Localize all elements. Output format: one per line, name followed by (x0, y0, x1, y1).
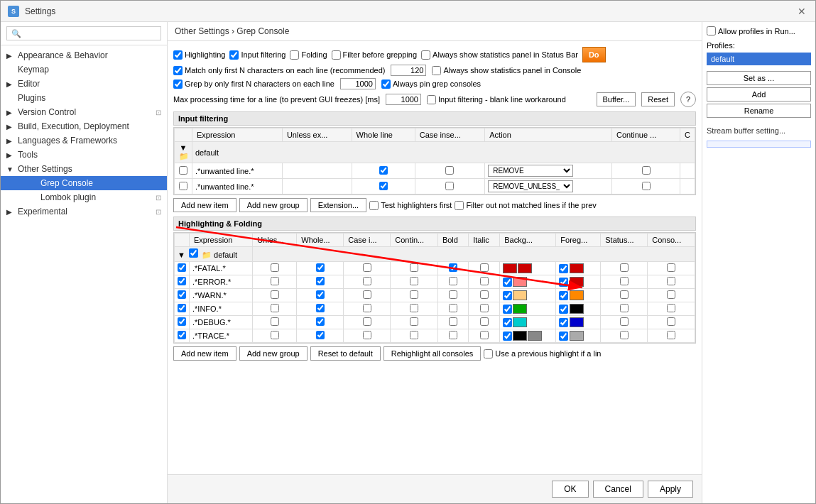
case-checkbox-h[interactable] (363, 331, 371, 339)
add-new-item-button-1[interactable]: Add new item (173, 198, 236, 212)
unles-checkbox[interactable] (271, 304, 279, 312)
status-checkbox[interactable] (620, 304, 629, 312)
rename-profile-button[interactable]: Rename (707, 104, 811, 118)
fg-cell[interactable] (556, 302, 601, 316)
sidebar-item-languages[interactable]: ▶ Languages & Frameworks (1, 133, 167, 148)
unles-checkbox[interactable] (271, 263, 279, 272)
italic-checkbox[interactable] (480, 277, 489, 285)
sidebar-item-keymap[interactable]: Keymap (1, 62, 167, 77)
bold-checkbox[interactable] (449, 331, 457, 339)
case-checkbox-h[interactable] (363, 304, 371, 312)
always-pin-checkbox[interactable] (381, 80, 391, 89)
help-button[interactable]: ? (680, 92, 696, 107)
bg-checkbox[interactable] (503, 305, 512, 314)
add-new-item-button-2[interactable]: Add new item (173, 346, 236, 361)
italic-checkbox[interactable] (480, 331, 489, 339)
do-button[interactable]: Do (582, 47, 606, 62)
whole-checkbox[interactable] (316, 317, 325, 326)
whole-line-checkbox[interactable] (379, 166, 388, 175)
profile-item-default[interactable]: default (707, 53, 811, 65)
ok-button[interactable]: OK (552, 481, 588, 498)
add-profile-button[interactable]: Add (707, 87, 811, 102)
sidebar-item-build[interactable]: ▶ Build, Execution, Deployment (1, 119, 167, 133)
enable-checkbox[interactable] (178, 331, 186, 339)
match-n-input[interactable] (391, 65, 426, 76)
unles-checkbox[interactable] (271, 331, 279, 339)
sidebar-item-experimental[interactable]: ▶ Experimental ⊡ (1, 204, 167, 219)
sidebar-item-lombok[interactable]: Lombok plugin ⊡ (1, 190, 167, 204)
continue-checkbox[interactable] (642, 182, 651, 190)
italic-checkbox[interactable] (480, 263, 489, 272)
reset-to-default-button[interactable]: Reset to default (310, 346, 381, 361)
action-select[interactable]: REMOVE (488, 165, 573, 177)
enable-checkbox[interactable] (178, 304, 186, 312)
contin-checkbox[interactable] (410, 277, 418, 285)
allow-profiles-checkbox[interactable] (707, 26, 716, 35)
bg-cell[interactable] (500, 329, 556, 343)
unles-checkbox[interactable] (271, 277, 279, 285)
grep-n-input[interactable] (340, 78, 376, 89)
fg-checkbox[interactable] (559, 264, 568, 273)
italic-checkbox[interactable] (480, 304, 489, 312)
conso-checkbox[interactable] (667, 263, 675, 272)
fg-checkbox[interactable] (559, 332, 568, 341)
group-checkbox[interactable] (189, 248, 198, 258)
contin-checkbox[interactable] (410, 317, 418, 326)
conso-checkbox[interactable] (667, 317, 675, 326)
always-show-status-checkbox[interactable] (421, 50, 430, 60)
whole-checkbox[interactable] (316, 277, 325, 285)
bg-checkbox[interactable] (503, 291, 512, 300)
case-checkbox-h[interactable] (363, 317, 371, 326)
contin-checkbox[interactable] (410, 290, 418, 299)
conso-checkbox[interactable] (667, 331, 675, 339)
case-checkbox-h[interactable] (363, 290, 371, 299)
sidebar-item-version-control[interactable]: ▶ Version Control ⊡ (1, 105, 167, 119)
max-processing-input[interactable] (386, 94, 421, 105)
bold-checkbox[interactable] (449, 277, 457, 285)
enable-checkbox[interactable] (178, 263, 186, 272)
sidebar-item-grep-console[interactable]: Grep Console (1, 176, 167, 190)
rehighlight-all-button[interactable]: Rehighlight all consoles (383, 346, 482, 361)
fg-checkbox[interactable] (559, 278, 568, 287)
bg-cell[interactable] (500, 302, 556, 316)
fg-checkbox[interactable] (559, 291, 568, 300)
fg-cell[interactable] (556, 262, 601, 275)
sidebar-item-plugins[interactable]: Plugins (1, 91, 167, 105)
close-button[interactable]: ✕ (795, 5, 808, 18)
continue-checkbox[interactable] (642, 166, 651, 175)
fg-checkbox[interactable] (559, 305, 568, 314)
row-checkbox[interactable] (179, 182, 187, 190)
bg-checkbox[interactable] (503, 332, 512, 341)
contin-checkbox[interactable] (410, 263, 418, 272)
unles-checkbox[interactable] (271, 290, 279, 299)
status-checkbox[interactable] (620, 277, 629, 285)
whole-checkbox[interactable] (316, 331, 325, 339)
case-checkbox-h[interactable] (363, 263, 371, 272)
search-input[interactable] (6, 26, 161, 40)
status-checkbox[interactable] (620, 263, 629, 272)
collapse-icon-h[interactable]: ▼ (178, 251, 185, 259)
fg-cell[interactable] (556, 329, 601, 343)
action-select[interactable]: REMOVE_UNLESS_PREVIO... (488, 180, 573, 192)
add-new-group-button-1[interactable]: Add new group (239, 198, 308, 212)
row-checkbox[interactable] (179, 166, 187, 175)
whole-line-checkbox[interactable] (379, 182, 388, 190)
whole-checkbox[interactable] (316, 304, 325, 312)
case-checkbox[interactable] (445, 166, 454, 175)
sidebar-item-tools[interactable]: ▶ Tools (1, 148, 167, 162)
extension-button[interactable]: Extension... (310, 198, 366, 212)
contin-checkbox[interactable] (410, 331, 418, 339)
bold-checkbox[interactable] (449, 304, 457, 312)
fg-cell[interactable] (556, 275, 601, 289)
reset-button[interactable]: Reset (641, 92, 675, 106)
bg-cell[interactable] (500, 262, 556, 275)
status-checkbox[interactable] (620, 317, 629, 326)
whole-checkbox[interactable] (316, 263, 325, 272)
fg-cell[interactable] (556, 289, 601, 302)
bg-cell[interactable] (500, 275, 556, 289)
bold-checkbox[interactable] (449, 263, 457, 272)
status-checkbox[interactable] (620, 331, 629, 339)
contin-checkbox[interactable] (410, 304, 418, 312)
unles-checkbox[interactable] (271, 317, 279, 326)
case-checkbox[interactable] (445, 182, 454, 190)
